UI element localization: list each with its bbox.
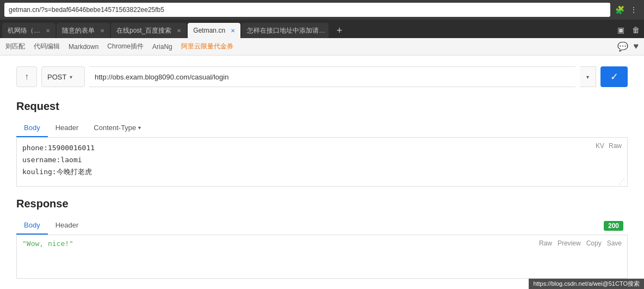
method-select[interactable]: POST ▾ [41,66,85,87]
address-input[interactable] [4,3,610,17]
request-tab-content-type[interactable]: Content-Type ▾ [86,119,148,137]
bookmark-code-edit[interactable]: 代码编辑 [34,42,60,51]
response-tab-header[interactable]: Header [48,217,86,235]
send-button[interactable]: ✓ [600,66,628,87]
bookmark-ariang[interactable]: AriaNg [152,43,172,51]
body-line-1: phone:15900016011 [22,142,622,154]
status-badge: 200 [604,221,623,231]
request-section-title: Request [16,100,628,113]
request-tab-body[interactable]: Body [16,119,48,137]
request-tab-nav: Body Header Content-Type ▾ [16,119,628,138]
request-body-text: phone:15900016011 username:laomi kouling… [22,142,622,178]
body-right-labels: KV Raw [596,142,622,150]
body-line-3: kouling:今晚打老虎 [22,166,622,178]
preview-button[interactable]: Preview [558,239,581,247]
tab-4-label: Getman.cn [193,27,225,34]
tab-right-icons: ▣ 🗑 [615,24,642,38]
tab-2-label: 随意的表单 [62,26,95,35]
tab-3-close[interactable]: ✕ [177,28,181,34]
tabs-bar: 机网络（… ✕ 随意的表单 ✕ 在线post_百度搜索 ✕ Getman.cn … [0,20,644,38]
tab-4-active[interactable]: Getman.cn ✕ [188,23,240,38]
raw-response-button[interactable]: Raw [539,239,552,247]
tab-2-close[interactable]: ✕ [100,28,104,34]
save-button[interactable]: Save [607,239,622,247]
upload-button[interactable]: ↑ [16,66,37,87]
add-tab-button[interactable]: + [332,23,347,38]
bookmark-chrome-ext[interactable]: Chrome插件 [107,42,144,51]
content-type-label: Content-Type [94,124,136,132]
address-icons: 🧩 ⋮ [614,4,640,16]
bookmarks-bar: 则匹配 代码编辑 Markdown Chrome插件 AriaNg 阿里云限量代… [0,38,644,56]
response-body-area: "Wow, nice!" Raw Preview Copy Save [16,235,628,279]
response-section: Response Body Header 200 "Wow, nice!" Ra… [16,198,628,279]
tab-5[interactable]: 怎样在接口地址中添加请… ✕ [242,23,329,38]
tab-5-label: 怎样在接口地址中添加请… [247,26,325,35]
menu-icon[interactable]: ⋮ [628,4,640,16]
resize-handle[interactable]: ⋰ [618,177,625,185]
response-tab-body[interactable]: Body [16,217,48,235]
request-tab-header[interactable]: Header [48,119,86,137]
tab-3-label: 在线post_百度搜索 [116,26,171,35]
url-dropdown-icon: ▾ [586,74,589,80]
send-icon: ✓ [610,71,618,83]
tab-1[interactable]: 机网络（… ✕ [2,23,55,38]
url-input[interactable] [89,66,575,87]
response-tab-nav: Body Header 200 [16,217,628,235]
kv-button[interactable]: KV [596,142,604,150]
response-body-text: "Wow, nice!" [22,239,622,248]
tab-4-close[interactable]: ✕ [231,28,235,34]
copy-button[interactable]: Copy [586,239,602,247]
trash-icon[interactable]: 🗑 [630,24,642,36]
tab-1-label: 机网络（… [8,26,40,35]
status-hint: https://blog.csdn.net/a/wei@51CTO搜索 [529,279,644,289]
method-label: POST [47,73,66,81]
response-section-title: Response [16,198,628,210]
tab-3[interactable]: 在线post_百度搜索 ✕ [111,23,187,38]
main-content: ↑ POST ▾ ▾ ✓ Request Body Header Content… [0,56,644,289]
upload-icon: ↑ [24,72,29,82]
raw-button[interactable]: Raw [609,142,622,150]
method-chevron-icon: ▾ [70,74,72,80]
extension-icon[interactable]: 🧩 [614,4,626,16]
response-right-labels: Raw Preview Copy Save [539,239,622,247]
new-window-icon[interactable]: ▣ [615,24,627,36]
browser-frame: 🧩 ⋮ 机网络（… ✕ 随意的表单 ✕ 在线post_百度搜索 ✕ Getman… [0,0,644,289]
bookmark-aliyun[interactable]: 阿里云限量代金券 [181,42,233,51]
bookmark-markdown[interactable]: Markdown [69,43,98,51]
heart-icon[interactable]: ♥ [634,41,639,52]
content-type-chevron-icon: ▾ [138,125,141,131]
tab-2[interactable]: 随意的表单 ✕ [57,23,110,38]
url-row: ↑ POST ▾ ▾ ✓ [16,66,628,87]
url-dropdown-button[interactable]: ▾ [580,66,596,87]
bookmark-ze-pi-pei[interactable]: 则匹配 [5,42,25,51]
address-bar: 🧩 ⋮ [0,0,644,20]
tab-1-close[interactable]: ✕ [46,28,50,34]
bookmarks-right: 💬 ♥ [617,41,639,52]
request-body-area: phone:15900016011 username:laomi kouling… [16,138,628,187]
body-line-2: username:laomi [22,154,622,166]
chat-icon[interactable]: 💬 [617,41,628,52]
